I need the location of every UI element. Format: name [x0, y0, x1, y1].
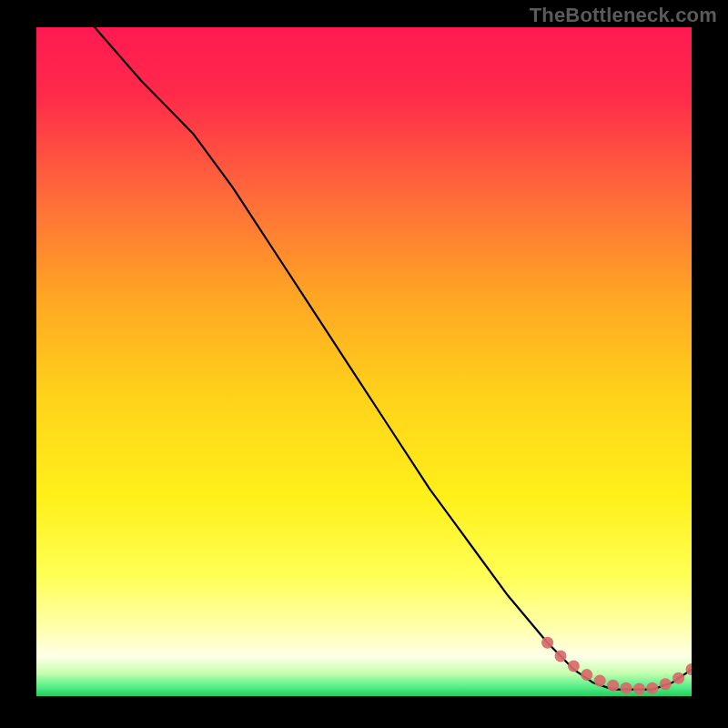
- svg-point-4: [581, 669, 592, 681]
- plot-area: [36, 27, 692, 696]
- svg-point-10: [660, 678, 672, 690]
- svg-point-7: [621, 682, 632, 694]
- watermark-text: TheBottleneck.com: [530, 4, 717, 27]
- svg-point-6: [607, 680, 619, 692]
- chart-frame: TheBottleneck.com: [0, 0, 728, 728]
- data-line: [36, 27, 692, 690]
- svg-point-1: [541, 637, 553, 649]
- svg-point-3: [568, 660, 580, 672]
- data-markers: [541, 637, 692, 695]
- svg-point-11: [672, 672, 684, 684]
- plot-line-layer: [36, 27, 692, 696]
- svg-point-5: [594, 675, 606, 687]
- svg-point-9: [646, 682, 658, 694]
- svg-point-8: [633, 682, 645, 694]
- svg-point-2: [555, 650, 567, 662]
